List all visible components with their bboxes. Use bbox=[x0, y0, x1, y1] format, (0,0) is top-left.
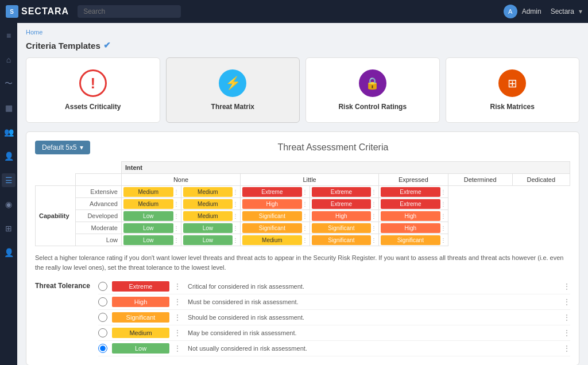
tolerance-action-0[interactable]: ⋮ bbox=[563, 282, 570, 290]
sidebar-icon-list[interactable]: ☰ bbox=[2, 173, 16, 187]
tolerance-desc-1: Must be considered in risk assessment. bbox=[183, 298, 563, 305]
tolerance-radio-3[interactable] bbox=[98, 328, 107, 337]
tolerance-radio-1[interactable] bbox=[98, 297, 107, 306]
card-assets-criticality[interactable]: ! Assets Criticality bbox=[26, 57, 160, 123]
logo: S SECTARA bbox=[6, 5, 69, 18]
col-dedicated: Dedicated bbox=[512, 174, 570, 186]
default-dropdown-button[interactable]: Default 5x5 ▾ bbox=[35, 141, 90, 154]
matrix-container: Intent None Little Expressed Determined … bbox=[35, 161, 570, 246]
main-content: Home Criteria Templates ✔ ! Assets Criti… bbox=[17, 23, 588, 365]
cell-menu-1-0[interactable]: ⋮ bbox=[173, 201, 179, 207]
tolerance-action-1[interactable]: ⋮ bbox=[563, 298, 570, 306]
cell-menu-1-3[interactable]: ⋮ bbox=[371, 201, 377, 207]
cell-menu-2-0[interactable]: ⋮ bbox=[173, 213, 179, 219]
panel-title: Threat Assessment Criteria bbox=[96, 142, 570, 153]
cell-menu-2-3[interactable]: ⋮ bbox=[371, 213, 377, 219]
row-label-3: Moderate bbox=[76, 222, 122, 234]
sidebar-icon-user[interactable]: 👤 bbox=[2, 149, 16, 163]
cell-4-2: Medium ⋮ bbox=[241, 234, 310, 246]
search-input[interactable] bbox=[78, 5, 181, 18]
tolerance-menu-4[interactable]: ⋮ bbox=[172, 344, 183, 352]
card-risk-matrices[interactable]: ⊞ Risk Matrices bbox=[446, 57, 580, 123]
sidebar-icon-home[interactable]: ⌂ bbox=[2, 53, 16, 67]
cell-3-4: High ⋮ bbox=[379, 222, 448, 234]
col-little: Little bbox=[241, 174, 379, 186]
cell-menu-4-1[interactable]: ⋮ bbox=[233, 237, 238, 243]
sidebar-icon-activity[interactable]: 〜 bbox=[2, 77, 16, 91]
tolerance-note: Select a higher tolerance rating if you … bbox=[35, 253, 570, 272]
tolerance-row-2: Significant ⋮ Should be considered in ri… bbox=[98, 310, 570, 325]
cell-4-3: Significant ⋮ bbox=[310, 234, 379, 246]
col-none: None bbox=[122, 174, 241, 186]
cell-4-0: Low ⋮ bbox=[122, 234, 181, 246]
cell-0-0: Medium ⋮ bbox=[122, 186, 181, 198]
cell-menu-4-2[interactable]: ⋮ bbox=[302, 237, 308, 243]
threat-icon: ⚡ bbox=[219, 69, 246, 97]
breadcrumb[interactable]: Home bbox=[26, 29, 579, 36]
logo-icon: S bbox=[6, 5, 18, 18]
cell-0-3: Extreme ⋮ bbox=[310, 186, 379, 198]
cell-menu-0-4[interactable]: ⋮ bbox=[440, 189, 446, 195]
cell-menu-0-2[interactable]: ⋮ bbox=[302, 189, 308, 195]
cell-menu-1-4[interactable]: ⋮ bbox=[440, 201, 446, 207]
tolerance-action-2[interactable]: ⋮ bbox=[563, 313, 570, 321]
tolerance-menu-0[interactable]: ⋮ bbox=[172, 282, 183, 290]
tolerance-radio-2[interactable] bbox=[98, 313, 107, 322]
cell-menu-0-0[interactable]: ⋮ bbox=[173, 189, 179, 195]
cell-menu-3-4[interactable]: ⋮ bbox=[440, 225, 446, 231]
sidebar-icon-users[interactable]: 👥 bbox=[2, 125, 16, 139]
row-label-1: Advanced bbox=[76, 198, 122, 210]
cell-menu-0-1[interactable]: ⋮ bbox=[233, 189, 238, 195]
cell-0-4: Extreme ⋮ bbox=[379, 186, 448, 198]
tolerance-radio-0[interactable] bbox=[98, 282, 107, 291]
tolerance-action-4[interactable]: ⋮ bbox=[563, 344, 570, 352]
cell-4-4: Significant ⋮ bbox=[379, 234, 448, 246]
cell-menu-2-1[interactable]: ⋮ bbox=[233, 213, 238, 219]
template-cards: ! Assets Criticality ⚡ Threat Matrix 🔒 R… bbox=[26, 57, 579, 123]
tolerance-menu-1[interactable]: ⋮ bbox=[172, 298, 183, 306]
cell-menu-2-2[interactable]: ⋮ bbox=[302, 213, 308, 219]
cell-menu-4-4[interactable]: ⋮ bbox=[440, 237, 446, 243]
sidebar-icon-circle[interactable]: ◉ bbox=[2, 197, 16, 211]
cell-1-0: Medium ⋮ bbox=[122, 198, 181, 210]
user-avatar: A bbox=[504, 5, 517, 18]
sidebar-icon-grid[interactable]: ▦ bbox=[2, 101, 16, 115]
section-title: Criteria Templates ✔ bbox=[26, 40, 579, 51]
card-threat-matrix[interactable]: ⚡ Threat Matrix bbox=[166, 57, 300, 123]
cell-menu-4-3[interactable]: ⋮ bbox=[371, 237, 377, 243]
sidebar-icon-profile[interactable]: 👤 bbox=[2, 246, 16, 259]
card-risk-control[interactable]: 🔒 Risk Control Ratings bbox=[305, 57, 440, 123]
cell-3-3: Significant ⋮ bbox=[310, 222, 379, 234]
cell-menu-1-2[interactable]: ⋮ bbox=[302, 201, 308, 207]
cell-menu-3-2[interactable]: ⋮ bbox=[302, 225, 308, 231]
logo-text: SECTARA bbox=[21, 6, 69, 17]
risk-control-label: Risk Control Ratings bbox=[338, 103, 407, 111]
cell-menu-3-3[interactable]: ⋮ bbox=[371, 225, 377, 231]
cell-menu-4-0[interactable]: ⋮ bbox=[173, 237, 179, 243]
sidebar-icon-menu[interactable]: ≡ bbox=[2, 29, 16, 42]
cell-menu-3-0[interactable]: ⋮ bbox=[173, 225, 179, 231]
cell-menu-0-3[interactable]: ⋮ bbox=[371, 189, 377, 195]
threat-label: Threat Matrix bbox=[211, 103, 254, 111]
cell-1-1: Medium ⋮ bbox=[181, 198, 241, 210]
cell-menu-2-4[interactable]: ⋮ bbox=[440, 213, 446, 219]
tolerance-menu-3[interactable]: ⋮ bbox=[172, 329, 183, 337]
dropdown-icon[interactable]: ▾ bbox=[579, 7, 582, 15]
section-title-text: Criteria Templates bbox=[26, 41, 100, 51]
assets-label: Assets Criticality bbox=[65, 103, 121, 111]
assets-icon: ! bbox=[79, 69, 107, 97]
tolerance-menu-2[interactable]: ⋮ bbox=[172, 313, 183, 321]
tolerance-desc-0: Critical for considered in risk assessme… bbox=[183, 283, 563, 290]
dropdown-caret-icon: ▾ bbox=[80, 143, 83, 152]
matrix-table: Intent None Little Expressed Determined … bbox=[35, 161, 570, 246]
nav-right: A Admin Sectara ▾ bbox=[504, 5, 582, 18]
sidebar: ≡ ⌂ 〜 ▦ 👥 👤 ☰ ◉ ⊞ 👤 bbox=[0, 23, 17, 365]
cell-3-0: Low ⋮ bbox=[122, 222, 181, 234]
tolerance-action-3[interactable]: ⋮ bbox=[563, 329, 570, 337]
tolerance-radio-4[interactable] bbox=[98, 344, 107, 353]
sidebar-icon-apps[interactable]: ⊞ bbox=[2, 222, 16, 235]
cell-menu-3-1[interactable]: ⋮ bbox=[233, 225, 238, 231]
cell-menu-1-1[interactable]: ⋮ bbox=[233, 201, 238, 207]
tolerance-row-4: Low ⋮ Not usually considered in risk ass… bbox=[98, 341, 570, 356]
cell-1-3: Extreme ⋮ bbox=[310, 198, 379, 210]
